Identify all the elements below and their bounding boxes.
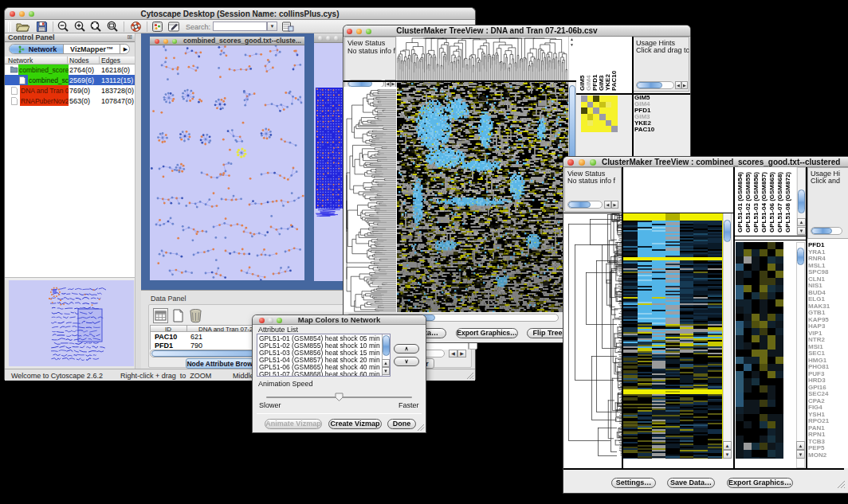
svg-text:GPL51-03 (GSM856): GPL51-03 (GSM856): [752, 172, 760, 232]
svg-text:GPL51-01 (GSM854): GPL51-01 (GSM854): [736, 172, 744, 232]
svg-text:GPL51-08 (GSM872): GPL51-08 (GSM872): [784, 172, 791, 232]
svg-text:GPL51-02 (GSM855): GPL51-02 (GSM855): [744, 172, 752, 232]
svg-text:PAC10: PAC10: [610, 70, 618, 91]
svg-text:GPL51-07 (GSM868): GPL51-07 (GSM868): [776, 172, 783, 232]
svg-text:GPL51-06 (GSM865): GPL51-06 (GSM865): [768, 172, 775, 232]
svg-text:GPL51-04 (GSM857): GPL51-04 (GSM857): [760, 172, 768, 232]
